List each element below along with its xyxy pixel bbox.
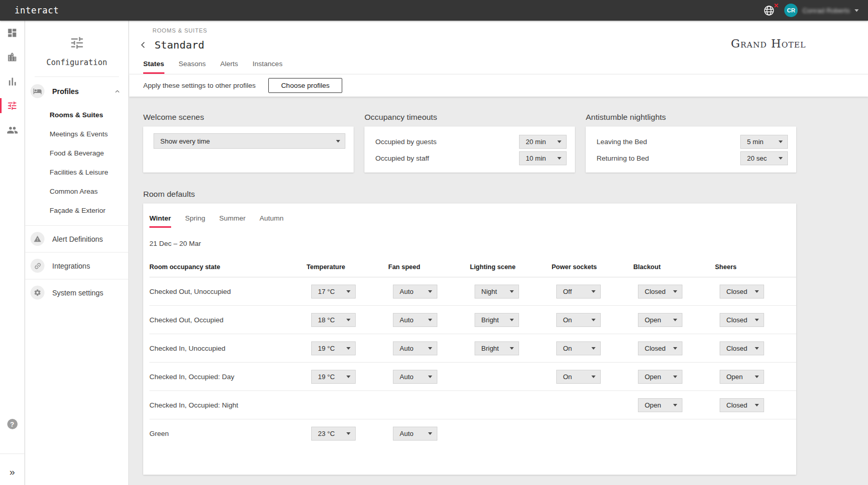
rail-item-dashboard[interactable] bbox=[0, 21, 24, 45]
temperature-select[interactable]: 17 °C bbox=[311, 285, 356, 299]
chevron-down-icon bbox=[591, 319, 596, 321]
power-sockets-select[interactable]: Off bbox=[556, 285, 601, 299]
offline-x-badge: ✕ bbox=[773, 2, 779, 9]
power-sockets-select[interactable]: On bbox=[556, 341, 601, 355]
blackout-select[interactable]: Open bbox=[638, 370, 682, 384]
chevron-down-icon bbox=[673, 290, 677, 293]
chevron-down-icon bbox=[557, 157, 561, 160]
buildings-icon bbox=[7, 52, 18, 62]
page-header: ROOMS & SUITES Standard Grand Hotel Stat… bbox=[129, 21, 868, 74]
sidebar-item-rooms-suites[interactable]: Rooms & Suites bbox=[25, 105, 128, 124]
sidebar-item-fa-ade-exterior[interactable]: Façade & Exterior bbox=[25, 201, 128, 220]
returning-to-bed-select[interactable]: 20 sec bbox=[740, 151, 788, 165]
chevron-down-icon bbox=[346, 319, 351, 321]
welcome-scene-select[interactable]: Show every time bbox=[154, 133, 345, 149]
power-sockets-select[interactable]: On bbox=[556, 313, 601, 327]
select-value: 17 °C bbox=[318, 288, 335, 295]
leaving-the-bed-select[interactable]: 5 min bbox=[740, 135, 788, 149]
back-button[interactable] bbox=[136, 38, 150, 52]
temperature-select[interactable]: 23 °C bbox=[311, 427, 356, 441]
expand-icon[interactable]: » bbox=[0, 466, 24, 478]
sheers-select[interactable]: Closed bbox=[720, 313, 764, 327]
tab-alerts[interactable]: Alerts bbox=[220, 60, 238, 74]
fan-speed-select[interactable]: Auto bbox=[393, 370, 437, 384]
fan-speed-select[interactable]: Auto bbox=[393, 427, 437, 441]
temperature-select[interactable]: 19 °C bbox=[311, 341, 356, 355]
cell-fan-speed: Auto bbox=[388, 313, 470, 327]
sidebar-item-system-settings[interactable]: System settings bbox=[25, 279, 128, 306]
page-title: Standard bbox=[155, 39, 204, 51]
tab-bar: StatesSeasonsAlertsInstances bbox=[143, 60, 868, 74]
fan-speed-select[interactable]: Auto bbox=[393, 285, 437, 299]
cell-temperature: 19 °C bbox=[307, 341, 388, 355]
lighting-scene-select[interactable]: Bright bbox=[475, 313, 519, 327]
tab-seasons[interactable]: Seasons bbox=[179, 60, 206, 74]
temperature-select[interactable]: 19 °C bbox=[311, 370, 356, 384]
chevron-down-icon bbox=[346, 432, 351, 435]
season-tab-spring[interactable]: Spring bbox=[185, 214, 205, 228]
power-sockets-select[interactable]: On bbox=[556, 370, 601, 384]
sidebar-item-alert-definitions[interactable]: Alert Definitions bbox=[25, 226, 128, 252]
cell-power-sockets: On bbox=[552, 313, 633, 327]
sheers-select[interactable]: Closed bbox=[720, 285, 764, 299]
chevron-down-icon bbox=[755, 319, 759, 321]
sidebar-item-profiles[interactable]: Profiles bbox=[25, 77, 128, 105]
tab-states[interactable]: States bbox=[143, 60, 164, 74]
select-value: Closed bbox=[645, 345, 665, 352]
select-value: Closed bbox=[726, 345, 747, 352]
users-icon bbox=[7, 124, 18, 136]
rail-item-users[interactable] bbox=[0, 118, 24, 142]
nightlight-label: Leaving the Bed bbox=[597, 138, 647, 146]
blackout-select[interactable]: Open bbox=[638, 398, 682, 412]
cell-power-sockets: On bbox=[552, 341, 633, 355]
sheers-select[interactable]: Closed bbox=[720, 398, 764, 412]
topbar-right: ✕ CR Conrad Roberts bbox=[763, 4, 859, 17]
chevron-down-icon bbox=[428, 376, 432, 378]
occupied-by-staff-select[interactable]: 10 min bbox=[519, 151, 567, 165]
table-header: Room occupancy stateTemperatureFan speed… bbox=[149, 257, 796, 277]
choose-profiles-button[interactable]: Choose profiles bbox=[268, 78, 343, 93]
occupancy-timeouts-card: Occupied by guests 20 min Occupied by st… bbox=[364, 127, 575, 173]
sidebar-item-common-areas[interactable]: Common Areas bbox=[25, 182, 128, 201]
lighting-scene-select[interactable]: Bright bbox=[475, 341, 519, 355]
blackout-select[interactable]: Open bbox=[638, 313, 682, 327]
room-occupancy-state: Checked In, Occupied: Day bbox=[149, 373, 307, 381]
blackout-select[interactable]: Closed bbox=[638, 285, 682, 299]
bed-icon bbox=[31, 84, 44, 98]
column-header-room-occupancy-state: Room occupancy state bbox=[149, 263, 307, 271]
select-value: Open bbox=[726, 373, 743, 381]
select-value: 20 min bbox=[526, 138, 546, 146]
season-date-range: 21 Dec – 20 Mar bbox=[149, 240, 796, 247]
rail-item-buildings[interactable] bbox=[0, 45, 24, 69]
column-header-lighting-scene: Lighting scene bbox=[470, 263, 552, 271]
sidebar-item-integrations[interactable]: Integrations bbox=[25, 253, 128, 279]
sidebar-item-meetings-events[interactable]: Meetings & Events bbox=[25, 124, 128, 144]
rail-item-analytics[interactable] bbox=[0, 69, 24, 93]
cell-blackout: Open bbox=[633, 370, 715, 384]
season-tab-autumn[interactable]: Autumn bbox=[260, 214, 284, 228]
rail-item-configuration[interactable] bbox=[0, 93, 24, 118]
language-globe-button[interactable]: ✕ bbox=[763, 5, 775, 17]
lighting-scene-select[interactable]: Night bbox=[475, 285, 519, 299]
cell-sheers: Open bbox=[715, 370, 797, 384]
blackout-select[interactable]: Closed bbox=[638, 341, 682, 355]
chevron-down-icon bbox=[428, 347, 432, 350]
sheers-select[interactable]: Closed bbox=[720, 341, 764, 355]
user-menu[interactable]: CR Conrad Roberts bbox=[784, 4, 859, 17]
temperature-select[interactable]: 18 °C bbox=[311, 313, 356, 327]
season-tab-summer[interactable]: Summer bbox=[219, 214, 246, 228]
sidebar-item-food-beverage[interactable]: Food & Beverage bbox=[25, 144, 128, 163]
fan-speed-select[interactable]: Auto bbox=[393, 313, 437, 327]
cell-fan-speed: Auto bbox=[388, 427, 470, 441]
help-button[interactable]: ? bbox=[0, 419, 24, 429]
season-tab-winter[interactable]: Winter bbox=[149, 214, 171, 228]
chevron-down-icon bbox=[779, 157, 783, 160]
cards-row: Show every time Occupied by guests 20 mi… bbox=[143, 127, 868, 173]
occupied-by-guests-select[interactable]: 20 min bbox=[519, 135, 567, 149]
sidebar-item-facilities-leisure[interactable]: Facilities & Leisure bbox=[25, 163, 128, 182]
table-row: Checked In, Unoccupied19 °CAutoBrightOnC… bbox=[149, 334, 796, 363]
fan-speed-select[interactable]: Auto bbox=[393, 341, 437, 355]
table-row: Checked Out, Unoccupied17 °CAutoNightOff… bbox=[149, 277, 796, 306]
sheers-select[interactable]: Open bbox=[720, 370, 764, 384]
tab-instances[interactable]: Instances bbox=[253, 60, 283, 74]
